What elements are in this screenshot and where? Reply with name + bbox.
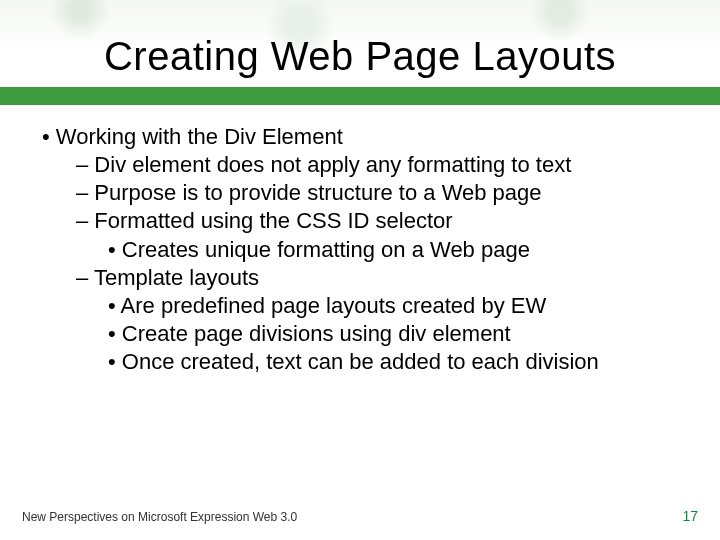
- bullet-level-3: Are predefined page layouts created by E…: [30, 292, 690, 376]
- bullet-text: Once created, text can be added to each …: [122, 349, 599, 374]
- bullet-item: Working with the Div Element: [42, 123, 690, 151]
- bullet-level-3: Creates unique formatting on a Web page: [30, 236, 690, 264]
- bullet-item: Formatted using the CSS ID selector: [76, 207, 690, 235]
- bullet-text: Div element does not apply any formattin…: [94, 152, 571, 177]
- slide-title: Creating Web Page Layouts: [0, 34, 720, 79]
- bullet-level-1: Working with the Div Element: [30, 123, 690, 151]
- bullet-text: Create page divisions using div element: [122, 321, 511, 346]
- slide-footer: New Perspectives on Microsoft Expression…: [22, 508, 698, 524]
- bullet-level-2: Div element does not apply any formattin…: [30, 151, 690, 235]
- bullet-text: Creates unique formatting on a Web page: [122, 237, 530, 262]
- slide-body: Working with the Div Element Div element…: [0, 105, 720, 376]
- bullet-item: Template layouts: [76, 264, 690, 292]
- bullet-item: Create page divisions using div element: [108, 320, 690, 348]
- bullet-item: Div element does not apply any formattin…: [76, 151, 690, 179]
- title-area: Creating Web Page Layouts: [0, 0, 720, 105]
- bullet-item: Are predefined page layouts created by E…: [108, 292, 690, 320]
- footer-source-text: New Perspectives on Microsoft Expression…: [22, 510, 297, 524]
- title-underline-bar: [0, 87, 720, 105]
- bullet-item: Purpose is to provide structure to a Web…: [76, 179, 690, 207]
- bullet-item: Once created, text can be added to each …: [108, 348, 690, 376]
- bullet-text: Template layouts: [94, 265, 259, 290]
- footer-page-number: 17: [682, 508, 698, 524]
- bullet-item: Creates unique formatting on a Web page: [108, 236, 690, 264]
- bullet-text: Are predefined page layouts created by E…: [121, 293, 547, 318]
- bullet-text: Formatted using the CSS ID selector: [94, 208, 452, 233]
- bullet-level-2: Template layouts: [30, 264, 690, 292]
- bullet-text: Purpose is to provide structure to a Web…: [94, 180, 541, 205]
- bullet-text: Working with the Div Element: [56, 124, 343, 149]
